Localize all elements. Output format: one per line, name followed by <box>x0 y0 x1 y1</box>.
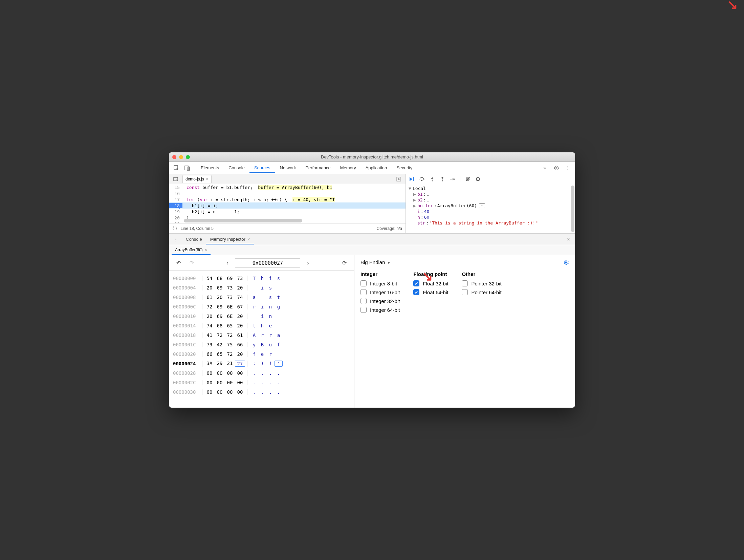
value-settings-gear-icon[interactable] <box>563 259 569 265</box>
hex-row[interactable]: 0000001474686520the <box>173 321 350 330</box>
next-page-icon[interactable]: › <box>304 259 311 267</box>
device-toggle-icon[interactable] <box>182 163 192 173</box>
editor-tab[interactable]: demo-js.js × <box>182 175 212 183</box>
checkbox[interactable] <box>413 289 419 295</box>
value-settings-pane: Big Endian▼ ↘ IntegerInteger 8-bitIntege… <box>354 255 575 408</box>
hex-row[interactable]: 000000243A292127:)!' <box>173 359 350 368</box>
vertical-scrollbar[interactable] <box>571 186 574 232</box>
scope-variable[interactable]: ▶buffer: ArrayBuffer(60)⋯ <box>406 203 575 209</box>
inspect-element-icon[interactable] <box>172 163 181 173</box>
hex-row[interactable]: 0000002C00000000.... <box>173 378 350 387</box>
redo-icon[interactable]: ↷ <box>187 258 197 267</box>
type-option[interactable]: Integer 8-bit <box>360 280 400 286</box>
code-line[interactable]: 18 b1[i] = i; <box>169 202 406 209</box>
devtools-window: DevTools - memory-inspector.glitch.me/de… <box>169 152 575 408</box>
hex-row[interactable]: 0000001841727261Arra <box>173 330 350 340</box>
code-line[interactable]: 19 b2[i] = n - i - 1; <box>169 209 406 215</box>
checkbox[interactable] <box>360 298 367 304</box>
step-out-icon[interactable] <box>438 175 446 183</box>
hex-row[interactable]: 0000001020696E20 in <box>173 311 350 321</box>
tab-security[interactable]: Security <box>392 163 417 173</box>
prev-page-icon[interactable]: ‹ <box>224 259 231 267</box>
scope-variable[interactable]: n: 60 <box>406 214 575 220</box>
type-option[interactable]: Integer 64-bit <box>360 307 400 313</box>
resume-icon[interactable] <box>408 175 416 183</box>
hex-row[interactable]: 0000002066657220fer <box>173 349 350 359</box>
tab-console[interactable]: Console <box>224 163 249 173</box>
tab-elements[interactable]: Elements <box>196 163 224 173</box>
hex-row[interactable]: 0000000C72696E67ring <box>173 302 350 311</box>
close-window-button[interactable] <box>172 155 176 159</box>
drawer-tab-memory-inspector[interactable]: Memory Inspector× <box>206 234 254 244</box>
scope-variables[interactable]: ▼Local ▶b1: …▶b2: …▶buffer: ArrayBuffer(… <box>406 184 575 233</box>
horizontal-scrollbar[interactable] <box>184 219 302 222</box>
type-option[interactable]: Float 64-bit <box>413 289 448 295</box>
checkbox[interactable] <box>360 307 367 313</box>
tab-performance[interactable]: Performance <box>301 163 335 173</box>
hex-row[interactable]: 0000000420697320 is <box>173 283 350 293</box>
hex-row[interactable]: 0000002800000000.... <box>173 368 350 378</box>
close-drawer-icon[interactable]: ✕ <box>564 235 573 243</box>
code-line[interactable]: 16 <box>169 190 406 196</box>
debugger-toolbar <box>406 174 575 184</box>
svg-point-9 <box>442 180 443 181</box>
tab-application[interactable]: Application <box>361 163 392 173</box>
more-tabs-icon[interactable]: » <box>540 163 549 173</box>
editor-pane: demo-js.js × 15const buffer = b1.buffer;… <box>169 174 406 233</box>
endian-select[interactable]: Big Endian▼ <box>360 259 390 265</box>
close-tab-icon[interactable]: × <box>247 237 250 242</box>
scope-variable[interactable]: ▶b2: … <box>406 197 575 203</box>
type-option[interactable]: Integer 16-bit <box>360 289 400 295</box>
checkbox[interactable] <box>413 280 419 286</box>
tab-memory[interactable]: Memory <box>335 163 361 173</box>
maximize-window-button[interactable] <box>186 155 190 159</box>
hex-row[interactable]: 0000003000000000.... <box>173 387 350 397</box>
kebab-menu-icon[interactable]: ⋮ <box>563 163 572 173</box>
format-icon[interactable]: { } <box>172 226 177 231</box>
checkbox[interactable] <box>462 289 468 295</box>
group-title: Other <box>462 271 501 277</box>
navigator-toggle-icon[interactable] <box>171 174 180 184</box>
svg-point-12 <box>476 177 480 181</box>
option-label: Pointer 64-bit <box>471 289 501 295</box>
drawer-tab-console[interactable]: Console <box>182 234 206 244</box>
run-snippet-icon[interactable] <box>394 174 403 184</box>
code-editor[interactable]: 15const buffer = b1.buffer; buffer = Arr… <box>169 184 406 223</box>
checkbox[interactable] <box>462 280 468 286</box>
step-into-icon[interactable] <box>428 175 436 183</box>
settings-gear-icon[interactable] <box>551 163 561 173</box>
type-option[interactable]: Pointer 32-bit <box>462 280 501 286</box>
memory-inspector-tab[interactable]: ArrayBuffer(60) × <box>172 245 211 255</box>
pause-exceptions-icon[interactable] <box>474 175 482 183</box>
scope-variable[interactable]: ▶b1: … <box>406 191 575 197</box>
code-line[interactable]: 15const buffer = b1.buffer; buffer = Arr… <box>169 184 406 190</box>
checkbox[interactable] <box>360 280 367 286</box>
scope-variable[interactable]: i: 40 <box>406 209 575 214</box>
debugger-pane: ▼Local ▶b1: …▶b2: …▶buffer: ArrayBuffer(… <box>406 174 575 233</box>
tab-sources[interactable]: Sources <box>249 163 275 173</box>
step-icon[interactable] <box>448 175 457 183</box>
scope-variable[interactable]: str: "This is a string in the ArrayBuffe… <box>406 220 575 226</box>
code-line[interactable]: 17for (var i = str.length; i < n; ++i) {… <box>169 196 406 202</box>
hex-row[interactable]: 0000000861207374a st <box>173 293 350 302</box>
deactivate-breakpoints-icon[interactable] <box>464 175 472 183</box>
minimize-window-button[interactable] <box>179 155 183 159</box>
type-option[interactable]: Integer 32-bit <box>360 298 400 304</box>
type-option[interactable]: Pointer 64-bit <box>462 289 501 295</box>
memory-icon[interactable]: ⋯ <box>479 203 485 208</box>
close-mi-tab-icon[interactable]: × <box>205 247 207 252</box>
close-tab-icon[interactable]: × <box>206 177 209 181</box>
step-over-icon[interactable] <box>418 175 426 183</box>
settings-group: OtherPointer 32-bitPointer 64-bit <box>462 271 501 316</box>
undo-icon[interactable]: ↶ <box>174 258 183 267</box>
drawer-menu-icon[interactable]: ⋮ <box>171 235 180 244</box>
editor-tab-label: demo-js.js <box>185 177 204 181</box>
hex-grid[interactable]: 0000000054686973This0000000420697320 is … <box>169 271 354 400</box>
tab-network[interactable]: Network <box>275 163 301 173</box>
checkbox[interactable] <box>360 289 367 295</box>
hex-row[interactable]: 0000000054686973This <box>173 274 350 283</box>
refresh-icon[interactable]: ⟳ <box>340 258 349 267</box>
option-label: Integer 8-bit <box>370 281 397 286</box>
address-input[interactable] <box>235 258 300 268</box>
hex-row[interactable]: 0000001C79427566yBuf <box>173 340 350 349</box>
